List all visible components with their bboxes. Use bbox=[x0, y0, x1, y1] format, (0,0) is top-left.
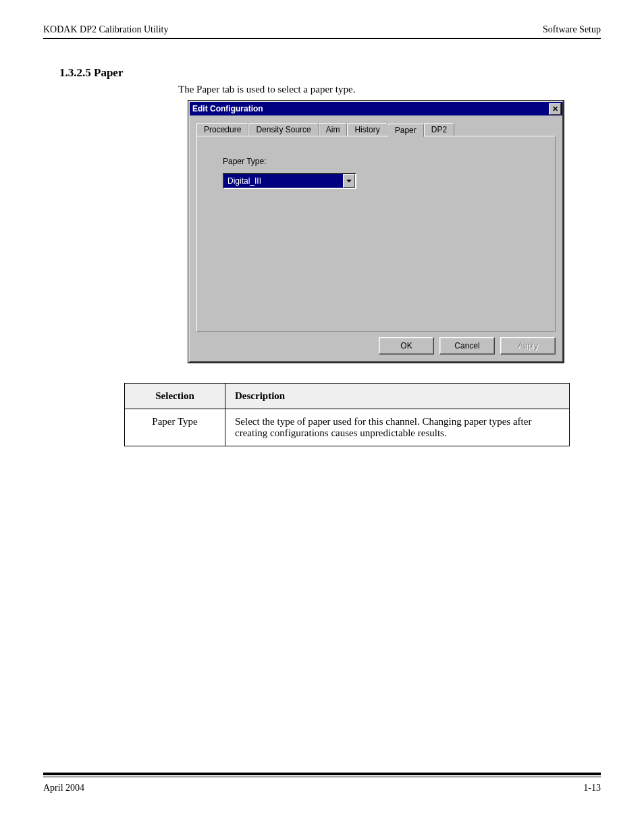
tab-paper[interactable]: Paper bbox=[387, 124, 424, 137]
combo-dropdown-button[interactable] bbox=[343, 174, 355, 188]
table-row: Paper Type Select the type of paper used… bbox=[125, 409, 570, 446]
tabs-row: Procedure Density Source Aim History Pap… bbox=[196, 121, 556, 136]
apply-button[interactable]: Apply bbox=[500, 337, 556, 355]
ok-button[interactable]: OK bbox=[379, 337, 434, 355]
table-cell-description: Select the type of paper used for this c… bbox=[225, 409, 570, 446]
paper-type-combo[interactable]: Digital_III bbox=[223, 173, 356, 189]
paper-type-label: Paper Type: bbox=[223, 157, 535, 166]
section-number: 1.3.2.5 Paper bbox=[59, 66, 601, 80]
header-right: Software Setup bbox=[543, 24, 601, 35]
header-rule bbox=[43, 38, 601, 39]
edit-configuration-dialog: Edit Configuration ✕ Procedure Density S… bbox=[188, 101, 564, 363]
tab-density-source[interactable]: Density Source bbox=[248, 123, 318, 136]
table-header-description: Description bbox=[225, 384, 570, 409]
section-intro: The Paper tab is used to select a paper … bbox=[178, 84, 601, 95]
dialog-titlebar: Edit Configuration ✕ bbox=[190, 102, 562, 115]
header-left: KODAK DP2 Calibration Utility bbox=[43, 24, 169, 35]
footer-rule-thick bbox=[43, 773, 601, 775]
paper-tab-panel: Paper Type: Digital_III bbox=[196, 136, 556, 332]
cancel-button[interactable]: Cancel bbox=[439, 337, 495, 355]
selection-description-table: Selection Description Paper Type Select … bbox=[124, 383, 570, 446]
page-footer: April 2004 1-13 bbox=[43, 773, 601, 793]
footer-left: April 2004 bbox=[43, 783, 84, 793]
chevron-down-icon bbox=[346, 180, 352, 182]
tab-procedure[interactable]: Procedure bbox=[196, 123, 248, 136]
tab-history[interactable]: History bbox=[347, 123, 387, 136]
close-icon: ✕ bbox=[552, 105, 558, 113]
table-cell-selection: Paper Type bbox=[125, 409, 225, 446]
paper-type-value-text: Digital_III bbox=[226, 176, 263, 186]
close-button[interactable]: ✕ bbox=[549, 103, 561, 115]
tab-dp2[interactable]: DP2 bbox=[424, 123, 454, 136]
table-header-selection: Selection bbox=[125, 384, 225, 409]
dialog-title: Edit Configuration bbox=[192, 104, 263, 113]
footer-rule-thin bbox=[43, 777, 601, 777]
paper-type-value: Digital_III bbox=[224, 174, 343, 188]
tab-aim[interactable]: Aim bbox=[319, 123, 348, 136]
footer-right: 1-13 bbox=[583, 783, 601, 793]
